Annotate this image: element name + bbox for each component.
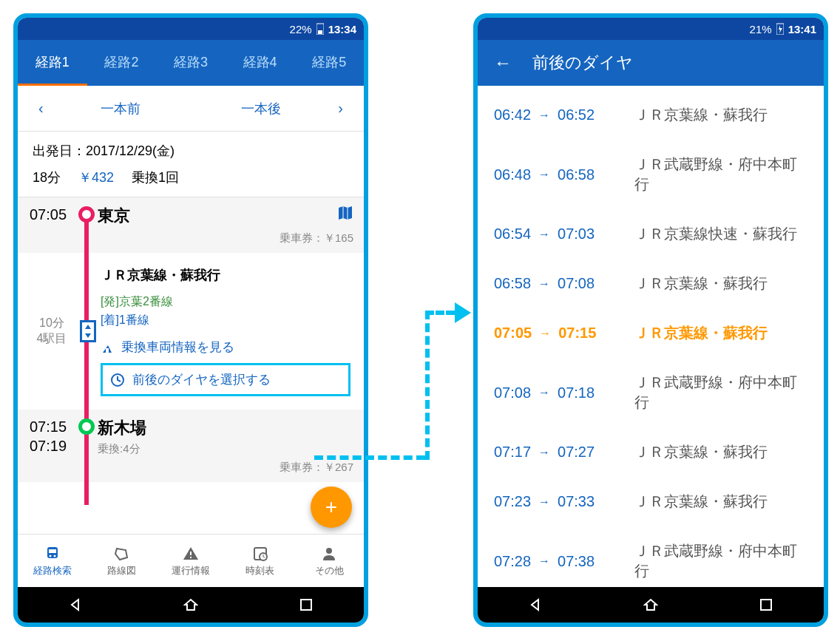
bottom-nav: 経路検索 路線図 運行情報 時刻表 その他	[18, 534, 364, 587]
svg-rect-14	[761, 600, 771, 610]
station-row-origin[interactable]: 07:05 東京 乗車券：￥165	[18, 197, 364, 253]
timetable-icon	[251, 545, 269, 563]
battery-label: 22%	[290, 23, 312, 35]
schedule-row[interactable]: 07:23→07:33ＪＲ京葉線・蘇我行	[478, 477, 824, 526]
arrow-right-icon: →	[538, 495, 550, 509]
nav-service-status[interactable]: 運行情報	[156, 535, 226, 587]
schedule-row[interactable]: 07:08→07:18ＪＲ武蔵野線・府中本町行	[478, 358, 824, 427]
nav-other[interactable]: その他	[294, 535, 364, 587]
status-bar: 21% 13:41	[478, 18, 824, 40]
line-name: ＪＲ京葉線・蘇我行	[634, 323, 807, 343]
time-range: 06:58→07:08	[494, 275, 634, 292]
recent-key[interactable]	[757, 596, 775, 614]
station-node-icon	[78, 206, 95, 223]
line-name: ＪＲ武蔵野線・府中本町行	[634, 541, 807, 581]
route-summary: 出発日：2017/12/29(金) 18分 ￥432 乗換1回	[18, 132, 364, 197]
transfer-icon	[101, 340, 115, 355]
line-name: ＪＲ武蔵野線・府中本町行	[634, 155, 807, 194]
clock-icon	[110, 373, 125, 387]
arrow-right-icon: →	[538, 168, 550, 181]
transfer-note: 乗換:4分	[98, 442, 353, 456]
svg-rect-7	[190, 552, 192, 555]
route-diagram: 07:05 東京 乗車券：￥165 10分 4駅目	[18, 197, 364, 482]
dep-platform: [発]京葉2番線	[101, 295, 173, 308]
recent-key[interactable]	[297, 596, 315, 614]
back-arrow-icon[interactable]: ←	[494, 52, 512, 73]
prev-train-button[interactable]: ‹ 一本前	[18, 100, 191, 118]
home-key[interactable]	[182, 596, 200, 614]
schedule-list[interactable]: 06:42→06:52ＪＲ京葉線・蘇我行06:48→06:58ＪＲ武蔵野線・府中…	[478, 86, 824, 600]
fare-label: 乗車券：￥165	[98, 231, 353, 245]
android-soft-keys	[478, 587, 824, 623]
battery-label: 21%	[750, 23, 772, 35]
departure-date: 出発日：2017/12/29(金)	[33, 142, 349, 160]
svg-rect-12	[301, 600, 311, 610]
price-value: ￥432	[78, 169, 114, 186]
time-range: 07:08→07:18	[494, 384, 634, 401]
page-title: 前後のダイヤ	[532, 52, 633, 74]
back-key[interactable]	[67, 596, 84, 614]
tab-route-1[interactable]: 経路1	[18, 40, 87, 86]
schedule-row[interactable]: 07:05→07:15ＪＲ京葉線・蘇我行	[478, 308, 824, 358]
arrive-time: 07:15	[30, 417, 78, 436]
arrow-right-icon: →	[538, 277, 550, 291]
arrow-right-icon: →	[538, 228, 550, 241]
schedule-row[interactable]: 07:17→07:27ＪＲ京葉線・蘇我行	[478, 427, 824, 477]
segment-ordinal: 4駅目	[25, 331, 78, 347]
nav-timetable[interactable]: 時刻表	[226, 535, 295, 587]
android-soft-keys	[18, 587, 364, 623]
next-train-button[interactable]: 一本後 ›	[191, 100, 364, 118]
tab-route-3[interactable]: 経路3	[156, 40, 226, 86]
status-bar: 22% 13:34	[18, 18, 364, 40]
arrow-right-icon: →	[539, 327, 551, 340]
time-range: 06:48→06:58	[494, 166, 634, 183]
time-range: 07:23→07:33	[494, 493, 634, 510]
route-segment: 10分 4駅目 ＪＲ京葉線・蘇我行 [発]京葉2番線 [着]1番線 乗換車両情報…	[18, 253, 364, 410]
transfer-info-link[interactable]: 乗換車両情報を見る	[101, 339, 350, 356]
arrow-right-icon: →	[538, 446, 550, 459]
svg-rect-8	[190, 557, 192, 558]
schedule-row[interactable]: 06:58→07:08ＪＲ京葉線・蘇我行	[478, 259, 824, 308]
arrow-right-icon: →	[538, 554, 550, 568]
arrow-right-icon: →	[538, 109, 550, 122]
schedule-row[interactable]: 06:48→06:58ＪＲ武蔵野線・府中本町行	[478, 140, 824, 209]
plus-icon: +	[325, 495, 337, 519]
time-range: 07:05→07:15	[494, 325, 634, 342]
fab-add-button[interactable]: +	[311, 486, 352, 528]
home-key[interactable]	[642, 596, 660, 614]
station-name: 新木場	[98, 417, 353, 439]
transfer-count: 乗換1回	[132, 169, 179, 186]
train-icon	[44, 545, 61, 563]
tab-route-2[interactable]: 経路2	[87, 40, 157, 86]
route-tabs: 経路1 経路2 経路3 経路4 経路5	[18, 40, 364, 86]
schedule-select-button[interactable]: 前後のダイヤを選択する	[101, 363, 350, 396]
back-key[interactable]	[526, 596, 544, 614]
duration-value: 18分	[33, 169, 61, 186]
line-name: ＪＲ京葉線・蘇我行	[634, 492, 807, 512]
battery-charging-icon	[776, 23, 784, 35]
schedule-row[interactable]: 06:54→07:03ＪＲ京葉線快速・蘇我行	[478, 209, 824, 259]
nav-route-map[interactable]: 路線図	[87, 535, 157, 587]
map-icon[interactable]	[337, 205, 353, 221]
svg-rect-4	[49, 549, 56, 553]
line-name: ＪＲ武蔵野線・府中本町行	[634, 373, 807, 413]
time-range: 06:54→07:03	[494, 225, 634, 243]
arrow-right-icon: →	[538, 386, 550, 399]
schedule-row[interactable]: 07:28→07:38ＪＲ武蔵野線・府中本町行	[478, 526, 824, 596]
phone-schedule-list: 21% 13:41 ← 前後のダイヤ 06:42→06:52ＪＲ京葉線・蘇我行0…	[473, 13, 828, 627]
tab-route-4[interactable]: 経路4	[226, 40, 295, 86]
phone-route-detail: 22% 13:34 経路1 経路2 経路3 経路4 経路5 ‹ 一本前 一本後 …	[13, 13, 368, 627]
schedule-row[interactable]: 06:42→06:52ＪＲ京葉線・蘇我行	[478, 90, 824, 140]
chevron-right-icon: ›	[331, 100, 350, 117]
arr-platform: [着]1番線	[101, 313, 149, 326]
fare-label: 乗車券：￥267	[98, 461, 353, 475]
nav-route-search[interactable]: 経路検索	[18, 535, 87, 587]
expand-icon[interactable]	[80, 320, 96, 342]
svg-rect-1	[318, 30, 322, 34]
battery-icon	[316, 23, 324, 35]
line-name: ＪＲ京葉線・蘇我行	[634, 105, 807, 125]
station-row-transfer[interactable]: 07:15 07:19 新木場 乗換:4分 乗車券：￥267	[18, 410, 364, 482]
app-header: ← 前後のダイヤ	[478, 40, 824, 86]
line-name: ＪＲ京葉線・蘇我行	[101, 266, 350, 284]
tab-route-5[interactable]: 経路5	[294, 40, 364, 86]
